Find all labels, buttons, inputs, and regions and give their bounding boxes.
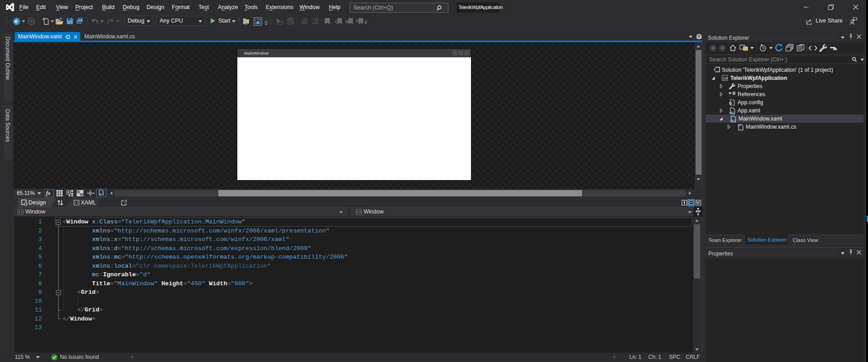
svg-text:?: ? [311, 18, 313, 21]
svg-text:C#: C# [723, 76, 728, 80]
